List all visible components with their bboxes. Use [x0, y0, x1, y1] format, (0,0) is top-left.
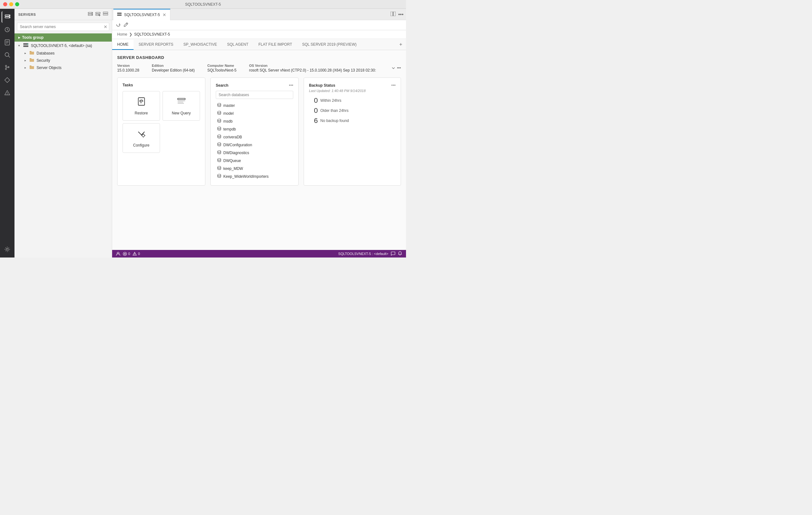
svg-point-20 [92, 12, 92, 13]
svg-point-52 [218, 151, 221, 152]
svg-rect-26 [103, 12, 108, 13]
sidebar-add-server-icon[interactable] [95, 11, 100, 17]
db-search-input[interactable] [216, 91, 293, 99]
databases-folder-icon [30, 51, 34, 55]
activity-settings-icon[interactable] [2, 244, 13, 255]
activity-git-icon[interactable] [2, 62, 13, 73]
tools-group[interactable]: ▸ Tools group [14, 33, 112, 42]
edit-icon[interactable] [123, 22, 128, 28]
security-folder-icon [30, 58, 34, 63]
db-item-dwqueue[interactable]: DWQueue [216, 157, 293, 164]
db-dwdiagnostics-icon [217, 150, 222, 155]
db-item-dwconfiguration[interactable]: DWConfiguration [216, 141, 293, 149]
db-item-keep-wwi[interactable]: Keep_WideWorldImporters [216, 172, 293, 180]
tab-server-reports[interactable]: SERVER REPORTS [134, 40, 178, 50]
backup-card-menu[interactable]: ••• [391, 83, 396, 88]
svg-point-9 [5, 53, 9, 56]
activity-history-icon[interactable] [2, 24, 13, 35]
edition-value: Developer Edition (64-bit) [152, 68, 195, 73]
tab-sql-agent[interactable]: SQL AGENT [222, 40, 254, 50]
dashboard-title: SERVER DASHBOARD [117, 55, 401, 60]
server-objects-folder-icon [30, 65, 34, 70]
tab-home[interactable]: HOME [112, 40, 134, 50]
maximize-button[interactable] [15, 2, 19, 6]
svg-rect-38 [178, 101, 185, 101]
status-chat-icon[interactable] [391, 251, 395, 256]
security-tree-item[interactable]: ▸ Security [22, 57, 112, 64]
db-item-msdb[interactable]: msdb [216, 117, 293, 125]
tools-group-arrow: ▸ [18, 35, 20, 40]
refresh-icon[interactable] [116, 22, 121, 28]
db-dwconfiguration-label: DWConfiguration [223, 143, 252, 147]
new-query-label: New Query [172, 111, 191, 115]
sidebar-server-group-icon[interactable] [103, 11, 108, 17]
server-objects-tree-item[interactable]: ▸ Server Objects [22, 64, 112, 71]
activity-bar [0, 9, 14, 258]
sidebar-header-icons [88, 11, 108, 17]
search-card-header: Search ••• [216, 83, 293, 88]
svg-rect-27 [103, 14, 108, 15]
databases-arrow: ▸ [25, 51, 28, 55]
server-children: ▸ Databases ▸ Security [14, 50, 112, 71]
search-clear-button[interactable]: ✕ [104, 24, 108, 29]
more-actions-icon[interactable]: ••• [398, 12, 404, 17]
main-tab[interactable]: SQLTOOLSVNEXT-5 ✕ [113, 9, 170, 20]
activity-alerts-icon[interactable] [2, 87, 13, 98]
breadcrumb-home[interactable]: Home [117, 32, 127, 36]
tab-flat-file-import[interactable]: FLAT FILE IMPORT [254, 40, 297, 50]
window-controls [3, 2, 19, 6]
db-master-icon [217, 103, 222, 108]
computer-info: Computer Name SQLToolsvNext-5 [207, 64, 236, 73]
status-errors[interactable]: 0 [123, 252, 130, 256]
db-tempdb-label: tempdb [223, 127, 236, 131]
tab-sql-server-preview[interactable]: SQL SERVER 2019 (PREVIEW) [297, 40, 361, 50]
version-info: Version 15.0.1000.28 [117, 64, 139, 73]
server-label: SQLTOOLSVNEXT-5, <default> (sa) [31, 44, 92, 48]
svg-point-41 [142, 134, 145, 137]
status-bell-icon[interactable] [398, 251, 402, 256]
db-item-tempdb[interactable]: tempdb [216, 125, 293, 133]
tab-sp-whoisactive[interactable]: SP_WHOISACTIVE [178, 40, 222, 50]
db-item-model[interactable]: model [216, 109, 293, 117]
svg-point-51 [218, 143, 221, 144]
db-item-keep-mdw[interactable]: keep_MDW [216, 164, 293, 172]
activity-explorer-icon[interactable] [2, 36, 13, 48]
backup-older-count: 0 [309, 107, 318, 115]
search-card-menu[interactable]: ••• [289, 83, 293, 88]
server-search-input[interactable] [17, 23, 109, 31]
tab-close-button[interactable]: ✕ [163, 12, 166, 17]
server-tree-item[interactable]: ▾ SQLTOOLSVNEXT-5, <default> (sa) [14, 42, 112, 50]
cards-row: Tasks [117, 78, 401, 186]
main-content: SQLTOOLSVNEXT-5 ✕ ••• [112, 9, 406, 258]
databases-tree-item[interactable]: ▸ Databases [22, 50, 112, 57]
server-info-more[interactable]: ••• [391, 64, 401, 73]
minimize-button[interactable] [9, 2, 13, 6]
activity-servers-icon[interactable] [2, 11, 13, 23]
activity-search-icon[interactable] [2, 49, 13, 60]
status-warnings[interactable]: 0 [133, 252, 140, 256]
sidebar-header: SERVERS [14, 9, 112, 20]
db-item-dwdiagnostics[interactable]: DWDiagnostics [216, 149, 293, 157]
database-list: master model [216, 102, 293, 180]
db-dwqueue-label: DWQueue [223, 159, 241, 163]
task-grid: Restore New Query [122, 91, 200, 153]
add-tab-button[interactable]: + [396, 39, 406, 50]
backup-updated: Last Updated: 1:40:48 PM 9/14/2018 [309, 89, 396, 93]
version-label: Version [117, 64, 139, 67]
split-editor-icon[interactable] [390, 12, 396, 17]
status-left: 0 0 [116, 251, 336, 256]
svg-rect-22 [96, 12, 100, 13]
new-query-task[interactable]: New Query [163, 91, 200, 121]
db-item-coriveradb[interactable]: coriveraDB [216, 133, 293, 141]
activity-extensions-icon[interactable] [2, 74, 13, 86]
tools-group-label: Tools group [22, 35, 44, 40]
sidebar-new-connection-icon[interactable] [88, 11, 93, 17]
close-button[interactable] [3, 2, 7, 6]
svg-line-10 [8, 56, 10, 57]
configure-task[interactable]: Configure [122, 123, 160, 153]
status-user[interactable] [116, 251, 120, 256]
db-item-master[interactable]: master [216, 102, 293, 109]
os-info: OS Version rosoft SQL Server vNext (CTP2… [249, 64, 376, 73]
db-keep-mdw-label: keep_MDW [223, 166, 243, 171]
restore-task[interactable]: Restore [122, 91, 160, 121]
